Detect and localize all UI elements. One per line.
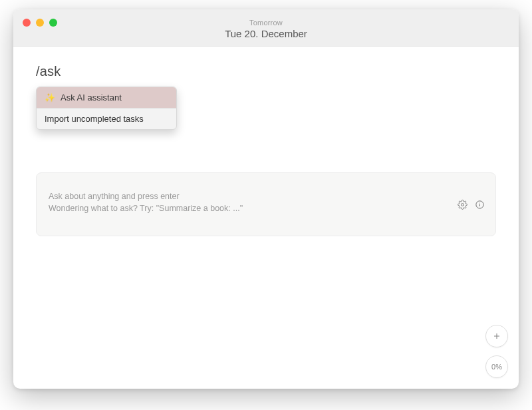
sparkles-icon: ✨: [45, 93, 55, 102]
plus-icon: [491, 331, 502, 341]
ask-panel[interactable]: Ask about anything and press enter Wonde…: [36, 172, 496, 236]
progress-indicator[interactable]: 0%: [485, 355, 508, 378]
title-date: Tue 20. December: [23, 28, 509, 41]
command-input[interactable]: /ask: [36, 64, 496, 79]
dropdown-item-ask-ai[interactable]: ✨ Ask AI assistant: [37, 87, 176, 108]
titlebar: Tomorrow Tue 20. December: [13, 9, 519, 47]
ask-panel-icons: [457, 199, 485, 210]
app-window: Tomorrow Tue 20. December /ask ✨ Ask AI …: [13, 9, 519, 389]
title-center: Tomorrow Tue 20. December: [23, 15, 509, 41]
maximize-window-button[interactable]: [49, 19, 57, 27]
window-controls: [23, 19, 57, 27]
close-window-button[interactable]: [23, 19, 31, 27]
info-icon[interactable]: [474, 199, 485, 210]
dropdown-item-label: Import uncompleted tasks: [45, 114, 144, 124]
svg-point-3: [479, 202, 480, 203]
command-dropdown: ✨ Ask AI assistant Import uncompleted ta…: [36, 87, 177, 130]
fab-stack: 0%: [485, 325, 508, 378]
title-super: Tomorrow: [23, 19, 509, 28]
content-area: /ask ✨ Ask AI assistant Import uncomplet…: [13, 47, 519, 389]
add-task-button[interactable]: [485, 325, 508, 347]
dropdown-item-import-tasks[interactable]: Import uncompleted tasks: [37, 108, 176, 129]
ask-placeholder: Ask about anything and press enter Wonde…: [49, 190, 483, 214]
dropdown-item-label: Ask AI assistant: [61, 93, 122, 102]
minimize-window-button[interactable]: [36, 19, 44, 27]
gear-icon[interactable]: [457, 199, 467, 210]
svg-point-0: [461, 203, 464, 206]
progress-value: 0%: [491, 363, 502, 371]
